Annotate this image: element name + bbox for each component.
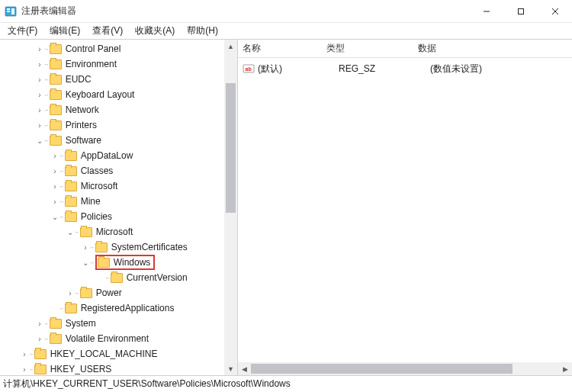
tree-node[interactable]: ··Microsoft: [0, 224, 224, 239]
tree-node[interactable]: ··Windows: [0, 255, 224, 270]
main-area: ··Control Panel··Environment··EUDC··Keyb…: [0, 40, 572, 375]
maximize-button[interactable]: [503, 0, 538, 22]
tree-scrollbar[interactable]: ▲ ▼: [224, 40, 237, 375]
folder-icon: [111, 273, 123, 283]
tree-node[interactable]: ··RegisteredApplications: [0, 300, 224, 316]
menu-bar: 文件(F) 编辑(E) 查看(V) 收藏夹(A) 帮助(H): [0, 23, 572, 40]
menu-help[interactable]: 帮助(H): [181, 23, 224, 39]
tree-node[interactable]: ··Microsoft: [0, 178, 224, 194]
chevron-right-icon[interactable]: [35, 121, 44, 130]
chevron-right-icon[interactable]: [50, 152, 59, 160]
hscroll-left-button[interactable]: ◀: [238, 362, 251, 375]
menu-favorites[interactable]: 收藏夹(A): [129, 23, 181, 39]
tree-node[interactable]: ··Volatile Environment: [0, 331, 224, 346]
folder-icon: [50, 105, 62, 115]
chevron-right-icon[interactable]: [35, 335, 44, 343]
title-bar: 注册表编辑器: [0, 0, 572, 23]
tree-node[interactable]: ··Keyboard Layout: [0, 87, 224, 102]
svg-rect-2: [7, 11, 10, 12]
folder-icon: [50, 59, 62, 69]
chevron-down-icon[interactable]: [35, 137, 44, 145]
tree-node[interactable]: ··CurrentVersion: [0, 270, 224, 285]
tree-guide: ··: [59, 196, 63, 207]
tree-guide: ··: [44, 89, 48, 100]
tree-node[interactable]: ··Software: [0, 133, 224, 148]
tree-guide: ··: [75, 227, 79, 237]
chevron-right-icon[interactable]: [35, 76, 44, 84]
scroll-down-button[interactable]: ▼: [224, 362, 237, 375]
chevron-right-icon[interactable]: [20, 365, 29, 374]
chevron-down-icon[interactable]: [66, 228, 75, 236]
highlighted-node[interactable]: Windows: [95, 255, 156, 270]
tree-node[interactable]: ··Environment: [0, 56, 224, 72]
cell-name: (默认): [258, 63, 339, 76]
tree-guide: ··: [59, 303, 63, 313]
status-bar: 计算机\HKEY_CURRENT_USER\Software\Policies\…: [0, 375, 572, 392]
status-path: 计算机\HKEY_CURRENT_USER\Software\Policies\…: [3, 378, 291, 390]
tree-node-label: HKEY_LOCAL_MACHINE: [50, 349, 158, 359]
chevron-right-icon[interactable]: [50, 198, 59, 206]
scroll-track[interactable]: [224, 53, 237, 362]
tree-node[interactable]: ··System: [0, 316, 224, 331]
column-type[interactable]: 类型: [326, 42, 418, 55]
hscroll-thumb[interactable]: [251, 364, 513, 374]
folder-icon: [50, 120, 62, 130]
menu-file[interactable]: 文件(F): [2, 23, 43, 39]
registry-tree[interactable]: ··Control Panel··Environment··EUDC··Keyb…: [0, 40, 224, 375]
folder-icon: [95, 243, 108, 252]
tree-node[interactable]: ··HKEY_LOCAL_MACHINE: [0, 346, 224, 361]
tree-node-label: SystemCertificates: [111, 242, 188, 252]
list-row[interactable]: ab (默认) REG_SZ (数值未设置): [243, 61, 572, 76]
folder-icon: [50, 75, 62, 85]
tree-guide: ··: [105, 272, 109, 283]
tree-guide: ··: [44, 120, 48, 130]
tree-guide: ··: [44, 59, 48, 69]
minimize-button[interactable]: [469, 0, 503, 22]
chevron-right-icon[interactable]: [35, 91, 44, 99]
scroll-thumb[interactable]: [226, 83, 236, 213]
hscroll-right-button[interactable]: ▶: [559, 362, 572, 375]
close-button[interactable]: [538, 0, 572, 22]
column-data[interactable]: 数据: [418, 42, 572, 55]
tree-node[interactable]: ··Classes: [0, 163, 224, 178]
chevron-down-icon[interactable]: [81, 259, 90, 267]
chevron-right-icon[interactable]: [50, 182, 59, 191]
chevron-right-icon[interactable]: [35, 45, 44, 53]
folder-icon: [34, 349, 47, 359]
menu-edit[interactable]: 编辑(E): [43, 23, 86, 39]
folder-icon: [80, 227, 92, 237]
chevron-right-icon[interactable]: [35, 106, 44, 114]
tree-node-label: EUDC: [66, 74, 92, 85]
tree-node[interactable]: ··Mine: [0, 194, 224, 209]
hscroll-track[interactable]: [251, 362, 559, 375]
tree-node[interactable]: ··AppDataLow: [0, 148, 224, 163]
chevron-right-icon[interactable]: [20, 350, 29, 358]
chevron-right-icon[interactable]: [66, 289, 75, 297]
string-value-icon: ab: [243, 63, 255, 75]
tree-node-label: Environment: [66, 59, 117, 69]
list-h-scrollbar[interactable]: ◀ ▶: [238, 362, 572, 375]
tree-node[interactable]: ··Network: [0, 102, 224, 117]
tree-node-label: CurrentVersion: [127, 272, 188, 283]
column-name[interactable]: 名称: [243, 42, 326, 55]
tree-node[interactable]: ··Power: [0, 285, 224, 300]
tree-node[interactable]: ··Printers: [0, 117, 224, 133]
tree-guide: ··: [90, 257, 94, 268]
tree-node[interactable]: ··SystemCertificates: [0, 239, 224, 255]
chevron-right-icon[interactable]: [35, 320, 44, 328]
chevron-right-icon[interactable]: [50, 167, 59, 175]
tree-guide: ··: [29, 364, 33, 374]
scroll-up-button[interactable]: ▲: [224, 40, 237, 53]
tree-node[interactable]: ··HKEY_USERS: [0, 361, 224, 375]
chevron-down-icon[interactable]: [50, 213, 59, 221]
tree-node[interactable]: ··Policies: [0, 209, 224, 224]
tree-guide: ··: [44, 43, 48, 54]
chevron-right-icon[interactable]: [81, 243, 90, 252]
cell-data: (数值未设置): [430, 63, 572, 76]
tree-node[interactable]: ··EUDC: [0, 72, 224, 87]
folder-icon: [65, 304, 77, 313]
tree-node[interactable]: ··Control Panel: [0, 41, 224, 56]
menu-view[interactable]: 查看(V): [86, 23, 129, 39]
tree-guide: ··: [59, 165, 63, 176]
chevron-right-icon[interactable]: [35, 60, 44, 69]
